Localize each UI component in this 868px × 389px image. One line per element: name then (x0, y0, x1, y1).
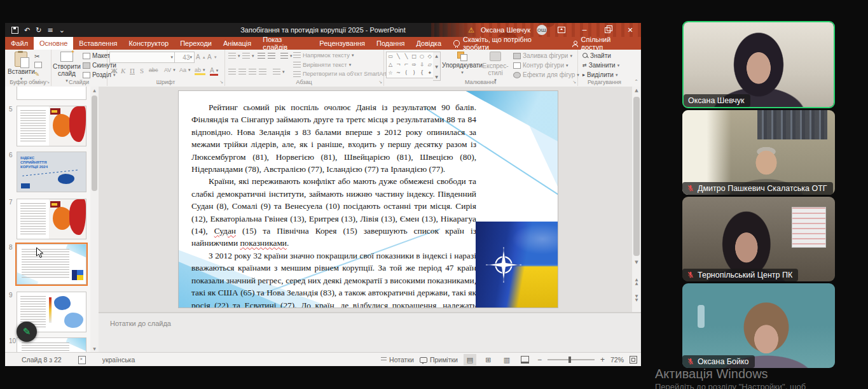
ribbon-display-options-button[interactable] (553, 23, 570, 37)
tab-4[interactable]: Конструктор (123, 37, 174, 50)
shape-fill-button[interactable]: Заливка фігури (513, 52, 572, 59)
undo-icon[interactable]: ↶ (24, 27, 30, 34)
normal-view-button[interactable]: ▤ (464, 354, 476, 365)
replace-button[interactable]: ⇄Замінити (582, 62, 619, 69)
slide-thumbnail-partial[interactable] (17, 87, 86, 100)
touch-mode-icon[interactable]: ≡ (47, 27, 53, 34)
shape-icon[interactable]: ▱ (428, 62, 432, 67)
account-name[interactable]: Оксана Шевчук (481, 26, 530, 34)
shape-icon[interactable]: ✦ (427, 71, 432, 76)
zoom-slider-knob[interactable] (568, 357, 571, 363)
underline-button[interactable]: П (130, 67, 135, 74)
character-spacing-button[interactable]: AV (164, 67, 176, 73)
tab-3[interactable]: Вставлення (73, 37, 123, 50)
annotation-pencil-button[interactable]: ✎ (17, 322, 37, 342)
numbering-button[interactable] (242, 53, 254, 59)
zoom-level[interactable]: 72% (610, 356, 624, 364)
notes-pane[interactable]: Нотатки до слайда (99, 312, 641, 353)
shape-icon[interactable]: ◇ (428, 54, 432, 59)
shape-icon[interactable]: ¬ (396, 62, 401, 67)
justify-button[interactable] (259, 69, 266, 74)
select-button[interactable]: ▸Виділити (582, 71, 617, 78)
panel-scroll-down-icon[interactable]: ▼ (90, 346, 99, 351)
editor-scrollbar[interactable]: ▲ ▼ ▲▲ ▼▼ (631, 87, 641, 312)
slideshow-button[interactable] (519, 354, 532, 365)
tab-5[interactable]: Переходи (174, 37, 217, 50)
bullets-button[interactable] (228, 53, 240, 59)
scroll-down-icon[interactable]: ▼ (632, 260, 641, 265)
shrink-font-button[interactable]: А▼ (207, 53, 217, 60)
shape-icon[interactable]: □ (411, 54, 417, 59)
find-button[interactable]: Знайти (582, 52, 611, 59)
close-button[interactable]: ✕ (622, 23, 638, 37)
convert-smartart-button[interactable]: Перетворити на об'єкт SmartArt (293, 71, 390, 77)
tab-10[interactable]: Довідка (410, 37, 447, 50)
shape-outline-button[interactable]: Контур фігури (513, 62, 568, 69)
highlight-color-button[interactable]: ab (195, 67, 205, 75)
tab-7[interactable]: Показ слайдів (257, 37, 313, 50)
copy-button[interactable] (34, 62, 42, 68)
shape-icon[interactable]: ~ (396, 71, 401, 76)
shape-icon[interactable]: ╲ (404, 54, 408, 59)
change-case-button[interactable]: Aa (179, 67, 191, 73)
minimize-button[interactable]: ─ (576, 23, 593, 37)
scroll-up-icon[interactable]: ▲ (632, 88, 641, 93)
tab-2[interactable]: Основне (34, 37, 73, 50)
tab-9[interactable]: Подання (371, 37, 410, 50)
slide-thumbnail-7[interactable] (17, 199, 86, 239)
align-center-button[interactable] (238, 69, 246, 74)
italic-button[interactable]: К (121, 67, 125, 74)
participant-tile-4[interactable]: Оксана Бойко (682, 283, 835, 368)
tell-me-box[interactable]: Скажіть, що потрібно зробити (447, 37, 566, 50)
panel-scroll-up-icon[interactable]: ▲ (90, 88, 99, 92)
shape-effects-button[interactable]: Ефекти для фігур (513, 71, 579, 78)
nato-ukraine-image[interactable] (476, 222, 558, 308)
previous-slide-button[interactable]: ▲▲ (632, 278, 641, 285)
share-button[interactable]: Спільний доступ (566, 37, 641, 50)
slide-canvas[interactable]: Рейтинг сьомий рік поспіль очолює Данія … (178, 90, 558, 308)
fit-to-window-icon[interactable] (630, 356, 637, 364)
slide-thumbnail-8[interactable] (17, 244, 86, 285)
increase-indent-button[interactable] (268, 53, 275, 59)
shape-icon[interactable]: ☆ (389, 71, 393, 76)
tab-6[interactable]: Анімація (217, 37, 257, 50)
arrange-button[interactable]: Упорядкувати (444, 52, 480, 76)
text-direction-button[interactable]: Напрямок тексту (293, 52, 354, 59)
shape-icon[interactable]: ( (405, 71, 407, 76)
align-left-button[interactable] (228, 69, 236, 74)
shape-icon[interactable]: ▭ (388, 54, 393, 59)
next-slide-button[interactable]: ▼▼ (632, 294, 641, 302)
avatar[interactable]: ОШ (537, 25, 547, 35)
reading-view-button[interactable]: ▥ (500, 354, 513, 365)
language-indicator[interactable]: українська (102, 356, 135, 364)
save-icon[interactable] (11, 27, 18, 34)
drawing-dialog-launcher[interactable]: ↘ (572, 80, 576, 85)
participant-tile-3[interactable]: Тернопільський Центр ПК (682, 197, 835, 281)
font-color-button[interactable]: А (210, 67, 218, 76)
shapes-gallery[interactable]: ▭╲╲□○◇△¬⌐⇨⇩▱☆~(){✦ (386, 52, 434, 78)
align-right-button[interactable] (249, 69, 256, 74)
paragraph-dialog-launcher[interactable]: ↘ (378, 80, 382, 85)
collapse-ribbon-icon[interactable]: ⌃ (634, 79, 638, 85)
zoom-out-button[interactable]: − (537, 355, 542, 364)
slide-sorter-view-button[interactable]: ⊞ (482, 354, 495, 365)
participant-tile-1[interactable]: Оксана Шевчук (682, 21, 835, 108)
comments-toggle-button[interactable]: Примітки (420, 356, 458, 364)
align-text-button[interactable]: Вирівняти текст (293, 61, 351, 68)
font-size-select[interactable]: 43 (174, 52, 195, 63)
shape-icon[interactable]: { (420, 71, 424, 76)
scroll-thumb[interactable] (633, 97, 640, 256)
shape-icon[interactable]: △ (389, 62, 392, 67)
shape-icon[interactable]: ⇨ (412, 62, 417, 67)
redo-icon[interactable]: ↻ (36, 27, 41, 34)
columns-button[interactable] (273, 69, 285, 74)
shape-icon[interactable]: ○ (420, 54, 424, 59)
decrease-indent-button[interactable] (258, 53, 265, 59)
clipboard-dialog-launcher[interactable]: ↘ (46, 80, 50, 85)
grow-font-button[interactable]: А▲ (196, 53, 206, 60)
notes-toggle-button[interactable]: Нотатки (381, 356, 414, 364)
zoom-in-button[interactable]: + (600, 355, 605, 364)
panel-scroll-thumb[interactable] (92, 95, 97, 191)
shape-icon[interactable]: ⌐ (404, 62, 408, 67)
shape-icon[interactable]: ) (413, 71, 415, 76)
